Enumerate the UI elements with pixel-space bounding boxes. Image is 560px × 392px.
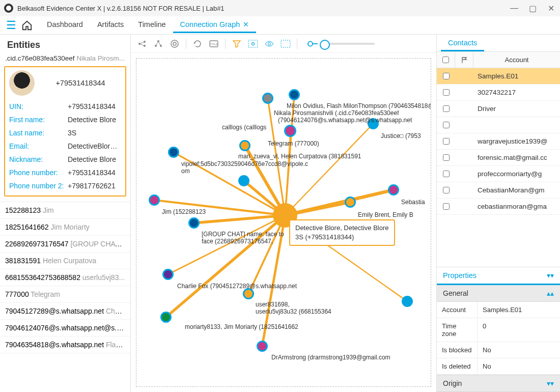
svg-text:TITLE: TITLE [210, 43, 218, 46]
graph-node[interactable] [262, 93, 273, 104]
graph-node[interactable] [257, 341, 268, 352]
entity-card: +79531418344 UIN:+79531418344First name:… [4, 66, 126, 197]
header-account[interactable]: Account [473, 52, 560, 68]
graph-node[interactable] [402, 296, 413, 307]
select-eye-icon[interactable] [264, 39, 274, 49]
row-checkbox[interactable] [443, 122, 450, 128]
table-row[interactable]: cebastianmoran@gma [437, 199, 560, 215]
table-row[interactable]: 3027432217 [437, 85, 560, 101]
svg-line-26 [285, 124, 373, 215]
window-title: Belkasoft Evidence Center X | v.2.6.1815… [17, 5, 225, 12]
row-checkbox[interactable] [443, 187, 450, 193]
minimize-button[interactable]: — [509, 4, 519, 13]
close-button[interactable]: ✕ [546, 4, 556, 13]
svg-point-10 [171, 40, 178, 47]
node-label: calllogs (calllogs [222, 124, 266, 131]
graph-node[interactable] [239, 140, 250, 151]
svg-line-8 [156, 41, 158, 46]
select-all-icon[interactable] [281, 39, 291, 49]
table-row[interactable]: CebastianMoran@gm [437, 182, 560, 199]
node-label: Milon Ovidius, Flash MilonThompson (7904… [287, 102, 431, 109]
tab-timeline[interactable]: Timeline [131, 17, 173, 33]
contacts-tab[interactable]: Contacts [441, 35, 484, 51]
home-icon[interactable] [21, 20, 33, 31]
graph-canvas[interactable]: Detective Blore, Detective Blore3S (+795… [136, 58, 431, 387]
entity-field: UIN:+79531418344 [9, 100, 121, 113]
list-item[interactable]: 2268926973176547 [GROUP CHAT]... [0, 236, 130, 253]
node-label: [GROUP CHAT] name: face to [202, 231, 284, 238]
svg-point-16 [253, 43, 254, 44]
graph-node[interactable] [162, 269, 174, 280]
table-row[interactable]: Samples.E01 [437, 68, 560, 85]
avatar [9, 70, 35, 96]
graph-node[interactable] [238, 175, 249, 186]
zoom-slider[interactable] [324, 43, 375, 45]
list-item[interactable]: 18251641662 Jim Moriarty [0, 219, 130, 236]
row-checkbox[interactable] [443, 203, 450, 210]
maximize-button[interactable]: ▢ [527, 4, 538, 13]
graph-node[interactable] [160, 312, 172, 323]
filter-icon[interactable] [232, 39, 242, 49]
node-label: (79046124076@s.whatsapp.net@s.whatsapp.n… [278, 117, 412, 124]
tab-dashboard[interactable]: Dashboard [40, 17, 90, 33]
origin-section[interactable]: Origin ▾▾ [437, 375, 560, 392]
menu-icon[interactable]: ☰ [6, 19, 16, 32]
tab-artifacts[interactable]: Artifacts [90, 17, 131, 33]
entity-list[interactable]: 152288123 Jim18251641662 Jim Moriarty226… [0, 202, 130, 392]
node-label: moriarty8133, Jim Moriarty (18251641662 [185, 323, 298, 330]
list-item[interactable]: 79046124076@s.whatsapp.net@s.w... [0, 320, 130, 337]
graph-node[interactable] [388, 184, 399, 195]
entity-field: First name:Detective Blore [9, 113, 121, 126]
row-checkbox[interactable] [443, 105, 450, 112]
layout2-icon[interactable] [153, 39, 163, 49]
graph-node[interactable] [149, 194, 160, 206]
list-item[interactable]: 6681553642753688582 userlu5vj83... [0, 269, 130, 286]
node-label: Telegram (777000) [268, 140, 319, 147]
properties-header[interactable]: Properties ▾▾ [437, 267, 560, 284]
row-checkbox[interactable] [443, 154, 450, 161]
chevron-down-icon: ▾▾ [547, 271, 554, 279]
row-checkbox[interactable] [443, 171, 450, 177]
list-item[interactable]: 777000 Telegram [0, 286, 130, 303]
table-row[interactable]: Driver [437, 101, 560, 117]
node-label: DrArmstrong (drarmstrong1939@gmail.com [271, 354, 390, 361]
node-label: user831698, [256, 301, 290, 308]
entities-title: Entities [0, 35, 130, 52]
select-rect-icon[interactable] [248, 39, 258, 49]
refresh-icon[interactable] [192, 39, 203, 49]
list-item[interactable]: 381831591 Helen Curpatova [0, 253, 130, 269]
row-checkbox[interactable] [443, 89, 450, 96]
table-row[interactable] [437, 117, 560, 133]
svg-point-19 [308, 41, 313, 46]
graph-node[interactable] [168, 147, 179, 158]
list-item[interactable]: 152288123 Jim [0, 202, 130, 219]
graph-node[interactable] [243, 288, 254, 299]
table-row[interactable]: wargravejustice1939@ [437, 133, 560, 150]
node-label: vipolef:5d5bc7303259046d76e7ccd8@vipole.… [181, 160, 308, 167]
title-toggle-icon[interactable]: TITLE [209, 39, 219, 49]
table-row[interactable]: forensic.mat@gmail.cc [437, 150, 560, 166]
general-section[interactable]: General ▴▴ [437, 284, 560, 302]
zoom-fit-icon[interactable] [307, 39, 318, 49]
breadcrumb[interactable]: .cid.c76e083fea530eef Nikala Pirosm... [0, 52, 130, 64]
tab-close-icon[interactable]: ✕ [243, 20, 249, 29]
graph-node[interactable] [289, 89, 300, 100]
header-checkbox[interactable] [437, 52, 455, 68]
node-label: om [181, 167, 190, 175]
node-label: Emily Brent, Emily B [358, 211, 413, 218]
entities-panel: Entities .cid.c76e083fea530eef Nikala Pi… [0, 35, 131, 392]
graph-node[interactable] [345, 197, 356, 208]
node-label: Sebastia [401, 199, 425, 206]
table-row[interactable]: profeccormoriarty@g [437, 166, 560, 182]
header-flag-icon[interactable] [455, 52, 473, 68]
row-checkbox[interactable] [443, 138, 450, 145]
graph-node[interactable] [284, 125, 296, 137]
layout1-icon[interactable] [137, 39, 147, 49]
target-icon[interactable] [170, 39, 180, 49]
graph-node[interactable] [188, 217, 200, 229]
row-checkbox[interactable] [443, 73, 450, 79]
list-item[interactable]: 79046354818@s.whatsapp.net Flash... [0, 337, 130, 353]
list-item[interactable]: 79045127289@s.whatsapp.net Char... [0, 303, 130, 320]
tab-connection-graph[interactable]: Connection Graph✕ [173, 17, 257, 33]
graph-panel: TITLE Detective Blore, Detective Blore3S… [131, 35, 437, 392]
